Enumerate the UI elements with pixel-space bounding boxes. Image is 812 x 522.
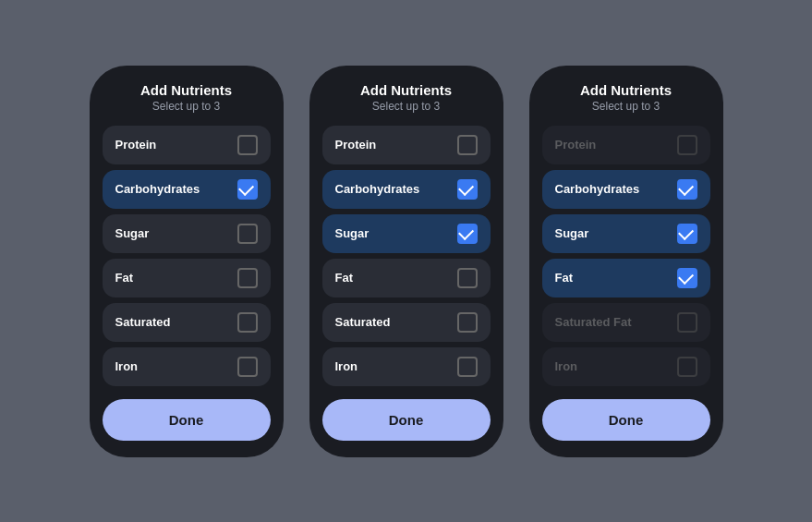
panel-1: Add NutrientsSelect up to 3ProteinCarboh… [90,66,284,457]
nutrient-item[interactable]: Iron [103,347,271,386]
nutrient-label: Carbohydrates [335,182,420,196]
nutrient-checkbox[interactable] [677,179,697,200]
nutrient-label: Protein [115,138,157,152]
nutrient-label: Fat [555,271,574,285]
nutrient-label: Protein [335,138,377,152]
panel-2: Add NutrientsSelect up to 3ProteinCarboh… [309,66,503,457]
panel-header: Add NutrientsSelect up to 3 [542,82,710,113]
panel-title: Add Nutrients [103,82,271,98]
nutrient-item[interactable]: Saturated [103,303,271,342]
done-button[interactable]: Done [542,399,710,441]
nutrient-checkbox[interactable] [457,135,478,155]
panel-header: Add NutrientsSelect up to 3 [103,82,271,113]
nutrient-item[interactable]: Carbohydrates [542,170,710,209]
nutrient-item[interactable]: Saturated [322,303,491,342]
nutrient-checkbox[interactable] [237,224,258,244]
panel-subtitle: Select up to 3 [542,100,710,113]
nutrient-item: Saturated Fat [542,303,710,342]
nutrient-item[interactable]: Sugar [103,214,271,253]
panel-3: Add NutrientsSelect up to 3ProteinCarboh… [529,66,723,457]
panel-subtitle: Select up to 3 [322,100,491,113]
nutrient-checkbox[interactable] [457,357,478,377]
nutrient-checkbox[interactable] [237,179,258,200]
nutrient-label: Carbohydrates [555,182,640,196]
nutrient-list: ProteinCarbohydratesSugarFatSaturatedIro… [103,126,271,386]
nutrient-checkbox[interactable] [237,312,258,333]
nutrient-checkbox[interactable] [457,224,478,244]
nutrient-item[interactable]: Protein [103,126,271,164]
nutrient-label: Iron [335,359,358,373]
nutrient-checkbox[interactable] [457,179,478,200]
nutrient-list: ProteinCarbohydratesSugarFatSaturatedIro… [322,126,491,386]
nutrient-label: Sugar [335,226,370,240]
nutrient-label: Saturated Fat [555,315,632,329]
nutrient-label: Carbohydrates [115,182,200,196]
nutrient-label: Iron [555,359,578,373]
nutrient-label: Saturated [335,315,391,329]
nutrient-checkbox [677,312,697,333]
nutrient-checkbox[interactable] [677,268,697,288]
nutrient-item: Iron [542,347,710,386]
nutrient-item[interactable]: Fat [542,259,710,297]
nutrient-label: Sugar [555,226,589,240]
nutrient-checkbox[interactable] [677,224,697,244]
nutrient-label: Saturated [115,315,171,329]
nutrient-item[interactable]: Carbohydrates [103,170,271,209]
nutrient-item: Protein [542,126,710,164]
nutrient-item[interactable]: Carbohydrates [322,170,491,209]
nutrient-checkbox[interactable] [237,268,258,288]
nutrient-item[interactable]: Protein [322,126,491,164]
nutrient-item[interactable]: Iron [322,347,491,386]
panel-subtitle: Select up to 3 [103,100,271,113]
nutrient-list: ProteinCarbohydratesSugarFatSaturated Fa… [542,126,710,386]
done-button[interactable]: Done [103,399,271,441]
panels-container: Add NutrientsSelect up to 3ProteinCarboh… [90,66,723,457]
panel-header: Add NutrientsSelect up to 3 [322,82,491,113]
nutrient-checkbox[interactable] [457,312,478,333]
panel-title: Add Nutrients [542,82,710,98]
nutrient-item[interactable]: Fat [322,259,491,297]
nutrient-checkbox[interactable] [457,268,478,288]
nutrient-label: Fat [335,271,354,285]
nutrient-label: Sugar [115,226,150,240]
nutrient-item[interactable]: Sugar [322,214,491,253]
nutrient-label: Fat [115,271,134,285]
nutrient-item[interactable]: Sugar [542,214,710,253]
panel-title: Add Nutrients [322,82,491,98]
nutrient-label: Iron [115,359,139,373]
nutrient-item[interactable]: Fat [103,259,271,297]
done-button[interactable]: Done [322,399,491,441]
nutrient-checkbox[interactable] [237,357,258,377]
nutrient-checkbox[interactable] [237,135,258,155]
nutrient-checkbox [677,135,697,155]
nutrient-checkbox [677,357,697,377]
nutrient-label: Protein [555,138,597,152]
